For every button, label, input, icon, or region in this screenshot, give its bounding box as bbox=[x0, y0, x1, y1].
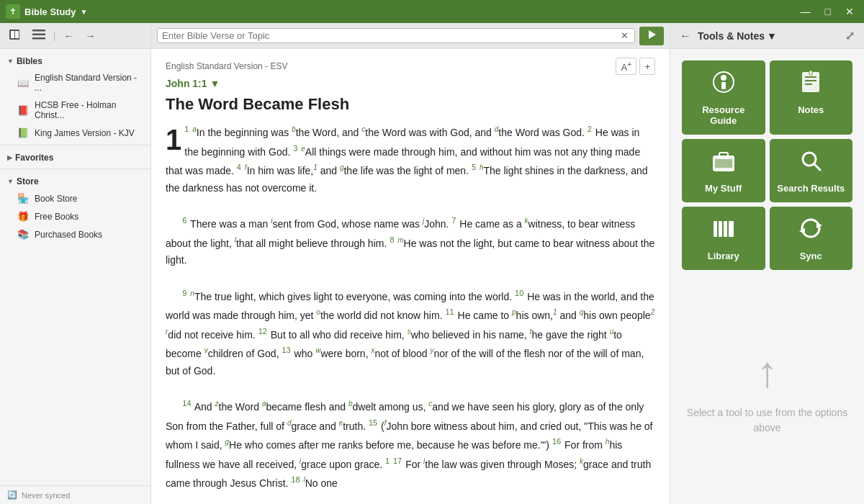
book-view-button[interactable] bbox=[4, 26, 24, 45]
purchased-books-label: Purchased Books bbox=[35, 230, 102, 240]
favorites-arrow: ▶ bbox=[7, 154, 12, 161]
close-button[interactable]: ✕ bbox=[841, 4, 858, 19]
minimize-button[interactable]: — bbox=[796, 4, 815, 19]
library-button[interactable]: Library bbox=[682, 207, 765, 270]
sidebar-item-hcsb[interactable]: 📕 HCSB Free - Holman Christ... bbox=[0, 96, 150, 124]
search-results-icon bbox=[799, 149, 822, 177]
bibles-label: Bibles bbox=[17, 56, 42, 66]
verse-large-1: 1 bbox=[166, 125, 181, 154]
my-stuff-label: My Stuff bbox=[705, 183, 742, 194]
verse-num-12[interactable]: 12 bbox=[258, 327, 267, 336]
my-stuff-button[interactable]: My Stuff bbox=[682, 139, 765, 202]
search-results-button[interactable]: Search Results bbox=[770, 139, 853, 202]
sidebar-toolbar: | ← → bbox=[0, 23, 150, 49]
store-section-header[interactable]: ▼ Store bbox=[0, 172, 150, 189]
resource-guide-label: Resource Guide bbox=[688, 104, 760, 126]
app-title: Bible Study bbox=[24, 6, 76, 17]
sync-icon bbox=[799, 217, 822, 245]
hint-text: Select a tool to use from the options ab… bbox=[685, 405, 850, 436]
verse-num-16[interactable]: 16 bbox=[552, 437, 561, 446]
title-dropdown-arrow[interactable]: ▼ bbox=[81, 8, 88, 16]
verse-num-9[interactable]: 9 bbox=[182, 289, 186, 297]
verse-num-13[interactable]: 13 bbox=[282, 346, 290, 354]
verse-num-15[interactable]: 15 bbox=[369, 418, 377, 427]
chapter-title: The Word Became Flesh bbox=[166, 95, 655, 114]
sidebar-item-book-store[interactable]: 🏪 Book Store bbox=[0, 189, 150, 207]
add-parallel-button[interactable]: + bbox=[639, 58, 655, 75]
divider-1 bbox=[0, 145, 150, 145]
title-bar: ✝ Bible Study ▼ — □ ✕ bbox=[0, 0, 864, 23]
favorites-label: Favorites bbox=[15, 153, 53, 163]
list-view-button[interactable] bbox=[29, 27, 49, 44]
svg-point-8 bbox=[721, 75, 726, 81]
verse-num-7[interactable]: 7 bbox=[451, 216, 456, 225]
svg-rect-5 bbox=[32, 37, 45, 40]
sidebar-content: ▼ Bibles 📖 English Standard Version - ..… bbox=[0, 49, 150, 485]
right-toolbar: ← Tools & Notes ▼ ⤢ bbox=[670, 23, 864, 49]
verse-num-17[interactable]: 1 bbox=[385, 456, 390, 465]
svg-marker-6 bbox=[649, 30, 656, 39]
free-books-label: Free Books bbox=[35, 212, 78, 222]
sidebar-item-purchased-books[interactable]: 📚 Purchased Books bbox=[0, 225, 150, 243]
main-layout: | ← → ▼ Bibles 📖 English Standard Versio… bbox=[0, 23, 864, 504]
verse-num-1[interactable]: 1 bbox=[184, 125, 189, 133]
sync-label: Sync bbox=[800, 251, 822, 261]
maximize-button[interactable]: □ bbox=[821, 4, 835, 19]
sidebar-item-esv[interactable]: 📖 English Standard Version - ... bbox=[0, 69, 150, 96]
verse-num-14[interactable]: 14 bbox=[182, 399, 191, 408]
right-toolbar-left: ← Tools & Notes ▼ bbox=[676, 28, 777, 44]
back-button[interactable]: ← bbox=[60, 28, 77, 44]
right-back-button[interactable]: ← bbox=[676, 28, 695, 44]
clear-search-button[interactable]: ✕ bbox=[619, 30, 630, 41]
bible-reference[interactable]: John 1:1 ▼ bbox=[166, 78, 655, 89]
svg-rect-14 bbox=[809, 71, 812, 75]
forward-button[interactable]: → bbox=[81, 28, 99, 44]
sync-button[interactable]: Sync bbox=[770, 207, 853, 270]
verse-num-2[interactable]: 2 bbox=[588, 125, 592, 133]
search-input[interactable] bbox=[162, 30, 619, 41]
tools-notes-dropdown[interactable]: Tools & Notes ▼ bbox=[698, 30, 777, 42]
store-arrow: ▼ bbox=[7, 178, 14, 185]
verse-num-3[interactable]: 3 bbox=[293, 144, 297, 153]
verse-num-11[interactable]: 11 bbox=[445, 307, 454, 316]
bibles-arrow: ▼ bbox=[7, 58, 14, 65]
font-size-button[interactable]: A+ bbox=[616, 58, 636, 75]
sidebar: | ← → ▼ Bibles 📖 English Standard Versio… bbox=[0, 23, 151, 504]
toolbar-separator: | bbox=[53, 30, 55, 41]
favorites-section-header[interactable]: ▶ Favorites bbox=[0, 148, 150, 166]
svg-rect-11 bbox=[805, 76, 816, 78]
svg-rect-3 bbox=[32, 30, 45, 32]
notes-label: Notes bbox=[798, 104, 824, 115]
notes-button[interactable]: Notes bbox=[770, 60, 853, 135]
svg-rect-18 bbox=[715, 159, 732, 168]
free-books-icon: 🎁 bbox=[17, 211, 29, 222]
svg-rect-9 bbox=[721, 82, 726, 89]
esv-icon: 📖 bbox=[17, 78, 29, 89]
hcsb-label: HCSB Free - Holman Christ... bbox=[35, 100, 143, 120]
center-panel: ✕ English Standard Version - ESV A+ + Jo… bbox=[151, 23, 670, 504]
svg-rect-22 bbox=[719, 221, 722, 237]
svg-line-20 bbox=[814, 164, 820, 170]
verse-num-4[interactable]: 4 bbox=[237, 163, 241, 171]
center-toolbar: ✕ bbox=[151, 23, 670, 49]
go-button[interactable] bbox=[639, 27, 664, 45]
verse-num-18[interactable]: 18 bbox=[291, 475, 300, 484]
verse-num-5[interactable]: 5 bbox=[472, 163, 476, 171]
notes-icon bbox=[799, 71, 822, 99]
bibles-section-header[interactable]: ▼ Bibles bbox=[0, 52, 150, 69]
resource-guide-button[interactable]: Resource Guide bbox=[682, 60, 765, 135]
svg-rect-4 bbox=[32, 34, 45, 36]
sidebar-item-free-books[interactable]: 🎁 Free Books bbox=[0, 207, 150, 225]
tools-notes-label: Tools & Notes bbox=[698, 30, 765, 42]
verse-num-10[interactable]: 10 bbox=[515, 289, 523, 297]
tools-notes-arrow: ▼ bbox=[767, 30, 777, 42]
verse-num-6[interactable]: 6 bbox=[182, 216, 186, 225]
sidebar-item-kjv[interactable]: 📗 King James Version - KJV bbox=[0, 124, 150, 142]
tools-grid: Resource Guide Notes bbox=[670, 49, 864, 282]
book-store-icon: 🏪 bbox=[17, 193, 29, 204]
bible-reader: English Standard Version - ESV A+ + John… bbox=[151, 49, 670, 504]
hint-arrow-icon: ↑ bbox=[757, 351, 778, 394]
expand-right-button[interactable]: ⤢ bbox=[842, 27, 858, 44]
search-results-label: Search Results bbox=[777, 183, 845, 194]
verse-num-8[interactable]: 8 bbox=[390, 235, 394, 244]
